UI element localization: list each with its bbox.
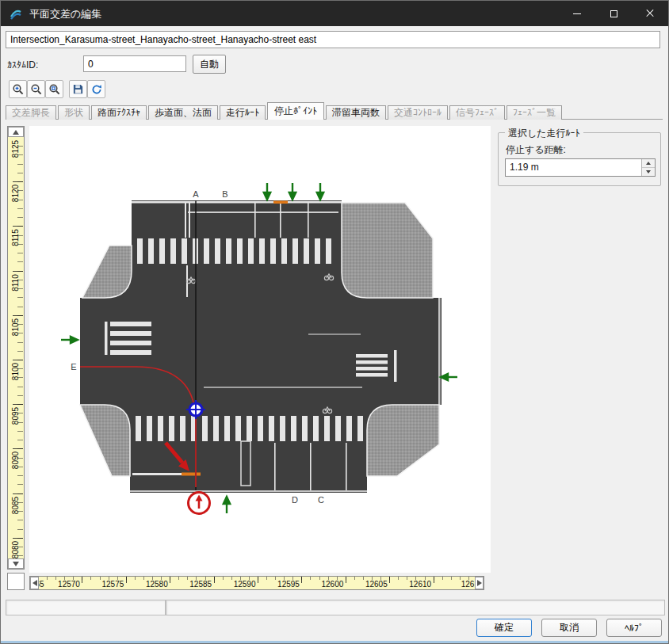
refresh-icon	[90, 83, 103, 96]
ruler-corner-box	[7, 573, 25, 590]
refresh-button[interactable]	[87, 80, 105, 98]
h-ruler-label: 12610	[409, 580, 431, 589]
v-ruler-label: 8090	[12, 448, 20, 472]
spin-down-icon	[646, 170, 651, 173]
spinner-buttons	[641, 159, 655, 176]
intersection-canvas[interactable]: A B E D C	[29, 126, 491, 573]
stop-distance-label: 停止する距離:	[506, 143, 566, 157]
h-ruler-label: 126	[461, 580, 475, 589]
tab-滞留車両数[interactable]: 滞留車両数	[326, 105, 386, 120]
tab-交通ｺﾝﾄﾛｰﾙ: 交通ｺﾝﾄﾛｰﾙ	[388, 105, 448, 120]
auto-button[interactable]: 自動	[193, 55, 226, 74]
left-arrow-icon	[32, 580, 37, 586]
tab-歩道面、法面[interactable]: 歩道面、法面	[148, 105, 218, 120]
leg-label-a: A	[193, 189, 199, 199]
zoom-out-icon	[30, 83, 43, 96]
tab-交差脚長: 交差脚長	[6, 105, 56, 120]
horizontal-ruler[interactable]: 6512570125751258012585125901259512600126…	[29, 576, 484, 590]
zoom-fit-button[interactable]	[45, 80, 63, 98]
v-ruler-label: 8105	[12, 315, 20, 339]
tab-路面ﾃｸｽﾁｬ[interactable]: 路面ﾃｸｽﾁｬ	[91, 105, 147, 120]
green-arrow-down-icon	[264, 183, 270, 200]
right-arrow-icon	[477, 580, 482, 586]
status-panel-right	[166, 600, 665, 615]
stop-distance-value: 1.19 m	[510, 162, 539, 173]
spin-up-icon	[646, 162, 651, 165]
maximize-icon	[610, 10, 617, 17]
status-panel-left	[6, 600, 166, 615]
h-ruler-label: 12580	[146, 580, 168, 589]
intersection-drawing[interactable]: A B E D C	[29, 126, 491, 573]
green-arrow-up-icon	[224, 497, 230, 513]
tab-走行ﾙｰﾄ[interactable]: 走行ﾙｰﾄ	[220, 105, 266, 120]
v-ruler-label: 8100	[12, 360, 20, 383]
leg-label-d: D	[292, 495, 298, 505]
down-arrow-icon	[13, 562, 19, 566]
zoom-fit-icon	[48, 83, 61, 96]
green-arrow-left-icon	[441, 374, 457, 380]
tab-bar: 交差脚長形状路面ﾃｸｽﾁｬ歩道面、法面走行ﾙｰﾄ停止ﾎﾟｲﾝﾄ滞留車両数交通ｺﾝ…	[6, 102, 564, 120]
close-icon	[645, 9, 655, 18]
save-button[interactable]	[69, 80, 87, 98]
stop-distance-spinner[interactable]: 1.19 m	[505, 158, 656, 177]
ruler-scroll-right-button[interactable]	[475, 577, 484, 589]
spinner-up-button[interactable]	[642, 159, 655, 168]
green-arrow-down-icon	[317, 183, 323, 200]
window-bottom-edge	[1, 641, 668, 643]
minimize-button[interactable]	[559, 1, 595, 26]
title-bar: 平面交差の編集	[1, 1, 668, 26]
h-ruler-label: 12575	[101, 580, 124, 589]
minimize-icon	[573, 13, 581, 14]
ruler-scroll-down-button[interactable]	[8, 558, 24, 569]
intersection-name-input[interactable]	[6, 31, 660, 48]
zoom-in-button[interactable]	[9, 80, 27, 98]
v-ruler-label: 8085	[12, 493, 20, 517]
green-arrow-right-icon	[61, 337, 78, 343]
v-ruler-label: 8125	[12, 137, 20, 161]
custom-id-label: ｶｽﾀﾑID:	[7, 59, 38, 70]
app-icon	[10, 7, 22, 20]
zoom-in-icon	[12, 83, 25, 96]
up-arrow-icon	[13, 130, 19, 135]
tab-信号ﾌｪｰｽﾞ: 信号ﾌｪｰｽﾞ	[449, 105, 505, 120]
zoom-out-button[interactable]	[27, 80, 45, 98]
median-island	[241, 441, 250, 486]
maximize-button[interactable]	[595, 1, 632, 26]
v-ruler-label: 8120	[12, 181, 20, 205]
confirm-button[interactable]: 確定	[476, 619, 532, 637]
h-ruler-label: 12595	[277, 580, 300, 589]
tab-形状: 形状	[58, 105, 90, 120]
leg-label-b: B	[222, 189, 227, 199]
cancel-button[interactable]: 取消	[541, 619, 597, 637]
toolbar	[1, 78, 668, 99]
tab-ﾌｪｰｽﾞ一覧: ﾌｪｰｽﾞ一覧	[507, 105, 562, 120]
close-button[interactable]	[632, 1, 668, 26]
spinner-down-button[interactable]	[642, 168, 655, 177]
leg-label-e: E	[71, 362, 76, 372]
ruler-scroll-left-button[interactable]	[30, 577, 39, 589]
save-icon	[72, 83, 84, 95]
leg-label-c: C	[318, 495, 324, 505]
v-ruler-label: 8095	[12, 404, 20, 428]
edit-intersection-dialog: 平面交差の編集 ｶｽﾀﾑID: 自動	[0, 0, 669, 644]
stop-point-marker[interactable]	[189, 493, 210, 514]
window-title: 平面交差の編集	[29, 7, 101, 21]
vertical-ruler[interactable]: 8125812081158110810581008095809080858080	[7, 126, 25, 570]
h-ruler-label: 12590	[234, 580, 256, 589]
h-ruler-label: 12600	[321, 580, 343, 589]
group-title: 選択した走行ﾙｰﾄ	[505, 127, 583, 140]
tab-停止ﾎﾟｲﾝﾄ[interactable]: 停止ﾎﾟｲﾝﾄ	[267, 102, 324, 120]
h-ruler-label: 12570	[58, 580, 80, 589]
ruler-scroll-up-button[interactable]	[8, 127, 24, 137]
h-ruler-label: 12585	[189, 580, 212, 589]
selected-route-group: 選択した走行ﾙｰﾄ 停止する距離: 1.19 m	[498, 132, 661, 186]
h-ruler-label: 12605	[365, 580, 388, 589]
v-ruler-label: 8110	[12, 271, 20, 295]
help-button[interactable]: ﾍﾙﾌﾟ	[606, 619, 662, 637]
custom-id-input[interactable]	[83, 55, 186, 72]
v-ruler-label: 8115	[12, 226, 20, 250]
green-arrow-down-icon	[289, 183, 296, 200]
